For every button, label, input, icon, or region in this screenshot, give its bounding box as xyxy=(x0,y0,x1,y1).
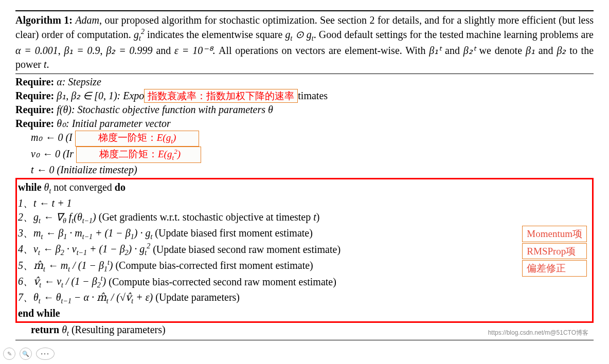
second-moment-annotation: 梯度二阶矩：E(gt2) xyxy=(76,147,201,163)
momentum-label: Momentum项 xyxy=(522,226,587,242)
algo-label: Algorithm 1: xyxy=(15,14,73,26)
loop-line-4: 4、vt ← β2 · vt−1 + (1 − β2) · gt2 (Updat… xyxy=(18,242,591,259)
loop-line-6: 6、v̂t ← vt / (1 − β2t) (Compute bias-cor… xyxy=(18,275,591,291)
loop-line-3: 3、mt ← β1 · mt−1 + (1 − β1) · gt (Update… xyxy=(18,226,591,242)
algorithm-header: Algorithm 1: Adam, our proposed algorith… xyxy=(15,10,594,74)
side-annotations: Momentum项 RMSProp项 偏差修正 xyxy=(522,226,587,278)
require-block: Require: α: Stepsize Require: β₁, β₂ ∈ [… xyxy=(15,74,594,341)
footer-toolbar: ✎ 🔍 ••• xyxy=(3,348,55,351)
bias-correction-label: 偏差修正 xyxy=(522,260,587,277)
algo-name: Adam xyxy=(75,14,99,26)
algorithm-box: Algorithm 1: Adam, our proposed algorith… xyxy=(15,10,594,340)
pencil-icon[interactable]: ✎ xyxy=(3,348,15,351)
loop-line-7: 7、θt ← θt−1 − α · m̂t / (√v̂t + ε) (Upda… xyxy=(18,290,591,306)
loop-line-5: 5、m̂t ← mt / (1 − β1t) (Compute bias-cor… xyxy=(18,258,591,275)
search-icon[interactable]: 🔍 xyxy=(20,348,32,351)
loop-line-2: 2、gt ← ∇θ ft(θt−1) (Get gradients w.r.t.… xyxy=(18,210,591,226)
decay-rate-annotation: 指数衰减率：指数加权下降的速率 xyxy=(144,89,298,103)
watermark-text: https://blog.csdn.net/m@51CTO博客 xyxy=(488,329,588,337)
while-loop-highlight: while θt not converged do 1、t ← t + 1 2、… xyxy=(15,178,594,323)
rmsprop-label: RMSProp项 xyxy=(522,243,587,260)
more-icon[interactable]: ••• xyxy=(36,348,55,351)
first-moment-annotation: 梯度一阶矩：E(gt) xyxy=(75,131,199,147)
loop-line-1: 1、t ← t + 1 xyxy=(18,196,591,210)
